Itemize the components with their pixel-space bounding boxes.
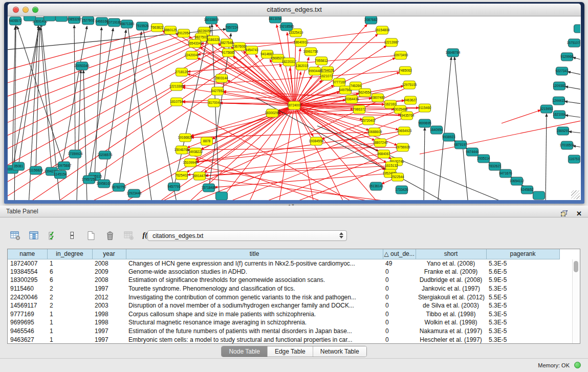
table-cell[interactable]: 0	[383, 301, 416, 310]
table-cell[interactable]: 2003	[92, 301, 126, 310]
table-cell[interactable]: 1997	[92, 285, 126, 293]
table-cell[interactable]: Estimation of the future numbers of pati…	[126, 327, 383, 336]
table-cell[interactable]: 0	[383, 335, 416, 344]
window-resize-grip-icon[interactable]	[571, 190, 580, 199]
table-cell[interactable]: 19384554	[8, 268, 47, 276]
table-cell[interactable]: 1	[47, 335, 92, 344]
column-header-title[interactable]: title	[126, 249, 383, 259]
column-header-year[interactable]: year	[92, 249, 126, 259]
table-cell[interactable]: 1998	[92, 318, 126, 327]
table-cell[interactable]: 1997	[92, 327, 126, 336]
table-cell[interactable]: 0	[383, 327, 416, 336]
table-row[interactable]: 1938455462009Genome-wide association stu…	[8, 268, 574, 276]
column-header-pagerank[interactable]: pagerank	[486, 249, 559, 259]
table-cell[interactable]: 5.3E-5	[486, 301, 559, 310]
table-row[interactable]: 977716911998Corpus callosum shape and si…	[8, 310, 574, 319]
table-cell[interactable]: Tourette syndrome. Phenomenology and cla…	[126, 285, 383, 293]
table-row[interactable]: 969969511998Structural magnetic resonanc…	[8, 318, 574, 327]
column-header-short[interactable]: short	[416, 249, 486, 259]
table-cell[interactable]: 18724007	[8, 259, 47, 268]
table-cell[interactable]: Jankovic et al. (1997)	[416, 285, 486, 293]
table-cell[interactable]: 5.9E-5	[486, 276, 559, 285]
table-cell[interactable]: 5.3E-5	[486, 310, 559, 319]
table-cell[interactable]: Franke et al. (2009)	[416, 268, 486, 276]
table-cell[interactable]: 9699695	[8, 318, 47, 327]
table-scrollbar[interactable]	[572, 259, 579, 343]
tab-edge-table[interactable]: Edge Table	[267, 346, 313, 357]
row-cell-icon[interactable]	[66, 229, 78, 242]
table-cell[interactable]: 2012	[92, 293, 126, 301]
network-view[interactable]: 1872400776638228860125891295418226058982…	[8, 16, 581, 200]
table-cell[interactable]: 1	[47, 310, 92, 319]
table-cell[interactable]: 2	[47, 301, 92, 310]
table-row[interactable]: 1830029562008Estimation of significance …	[8, 276, 574, 285]
table-cell[interactable]: Stergiakouli et al. (2012)	[416, 293, 486, 301]
table-cell[interactable]: Hescheler et al. (1997)	[416, 335, 486, 344]
table-cell[interactable]: 9465546	[8, 327, 47, 336]
table-cell[interactable]: 14569117	[8, 301, 47, 310]
column-header-in_degree[interactable]: in_degree	[47, 249, 92, 259]
table-cell[interactable]: Tibbo et al. (1998)	[416, 310, 486, 319]
table-cell[interactable]: Changes of HCN gene expression and I(f) …	[126, 259, 383, 268]
table-cell[interactable]: 5.5E-5	[486, 293, 559, 301]
table-cell[interactable]: 9115460	[8, 285, 47, 293]
table-cell[interactable]: Embryonic stem cells: a model to study s…	[126, 335, 383, 344]
tab-node-table[interactable]: Node Table	[222, 346, 267, 357]
table-cell[interactable]: 0	[383, 293, 416, 301]
table-cell[interactable]: Structural magnetic resonance image aver…	[126, 318, 383, 327]
table-cell[interactable]: Yano et al. (2008)	[416, 259, 486, 268]
table-cell[interactable]: 18300295	[8, 276, 47, 285]
column-header-name[interactable]: name	[8, 249, 47, 259]
float-panel-icon[interactable]	[558, 207, 570, 220]
table-cell[interactable]: Estimation of significance thresholds fo…	[126, 276, 383, 285]
table-cell[interactable]: 0	[383, 268, 416, 276]
table-cell[interactable]: 2008	[92, 259, 126, 268]
close-panel-icon[interactable]: ✕	[576, 210, 582, 217]
delete-column-icon[interactable]	[104, 229, 116, 242]
table-cell[interactable]: 9463627	[8, 335, 47, 344]
table-cell[interactable]: 0	[383, 285, 416, 293]
tab-network-table[interactable]: Network Table	[313, 346, 366, 357]
table-row[interactable]: 946554611997Estimation of the future num…	[8, 327, 574, 336]
table-cell[interactable]: 5.3E-5	[486, 318, 559, 327]
table-cell[interactable]: 1	[47, 318, 92, 327]
table-cell[interactable]: 1998	[92, 310, 126, 319]
table-cell[interactable]: 5.3E-5	[486, 327, 559, 336]
table-row[interactable]: 1872400712008Changes of HCN gene express…	[8, 259, 574, 268]
table-scrollbar-thumb[interactable]	[574, 261, 578, 272]
network-graph-svg[interactable]: 1872400776638228860125891295418226058982…	[8, 16, 580, 200]
table-cell[interactable]: 6	[47, 276, 92, 285]
table-row[interactable]: 911546021997Tourette syndrome. Phenomeno…	[8, 285, 574, 293]
table-cell[interactable]: 5.3E-5	[486, 335, 559, 344]
table-cell[interactable]: 0	[383, 310, 416, 319]
table-cell[interactable]: 5.6E-5	[486, 268, 559, 276]
table-cell[interactable]: 1	[47, 259, 92, 268]
selection-mode-icon[interactable]	[47, 229, 59, 242]
table-cell[interactable]: Wolkin et al. (1998)	[416, 318, 486, 327]
table-cell[interactable]: 2008	[92, 276, 126, 285]
table-cell[interactable]: 2	[47, 285, 92, 293]
table-cell[interactable]: 0	[383, 276, 416, 285]
table-cell[interactable]: Investigating the contribution of common…	[126, 293, 383, 301]
table-cell[interactable]: 1997	[92, 335, 126, 344]
new-column-icon[interactable]	[85, 229, 97, 242]
table-cell[interactable]: Nakamura et al. (1997)	[416, 327, 486, 336]
column-header-out_de[interactable]: △ out_de...	[383, 249, 416, 259]
table-cell[interactable]: Corpus callosum shape and size in male p…	[126, 310, 383, 319]
table-row[interactable]: 2242004622012Investigating the contribut…	[8, 293, 574, 301]
table-cell[interactable]: 9777169	[8, 310, 47, 319]
table-cell[interactable]: 22420046	[8, 293, 47, 301]
column-visibility-icon[interactable]	[28, 229, 40, 242]
table-options-icon[interactable]	[9, 229, 21, 242]
table-row[interactable]: 1456911722003Disruption of a novel membe…	[8, 301, 574, 310]
table-cell[interactable]: Dudbridge et al. (2008)	[416, 276, 486, 285]
table-cell[interactable]: 2009	[92, 268, 126, 276]
table-cell[interactable]: 6	[47, 268, 92, 276]
table-selector-dropdown[interactable]: citations_edges.txt	[147, 230, 347, 241]
table-cell[interactable]: Genome-wide association studies in ADHD.	[126, 268, 383, 276]
table-cell[interactable]: Disruption of a novel member of a sodium…	[126, 301, 383, 310]
table-row[interactable]: 946362711997Embryonic stem cells: a mode…	[8, 335, 574, 344]
table-cell[interactable]: 5.3E-5	[486, 259, 559, 268]
table-cell[interactable]: de Silva et al. (2003)	[416, 301, 486, 310]
table-cell[interactable]: 1	[47, 327, 92, 336]
